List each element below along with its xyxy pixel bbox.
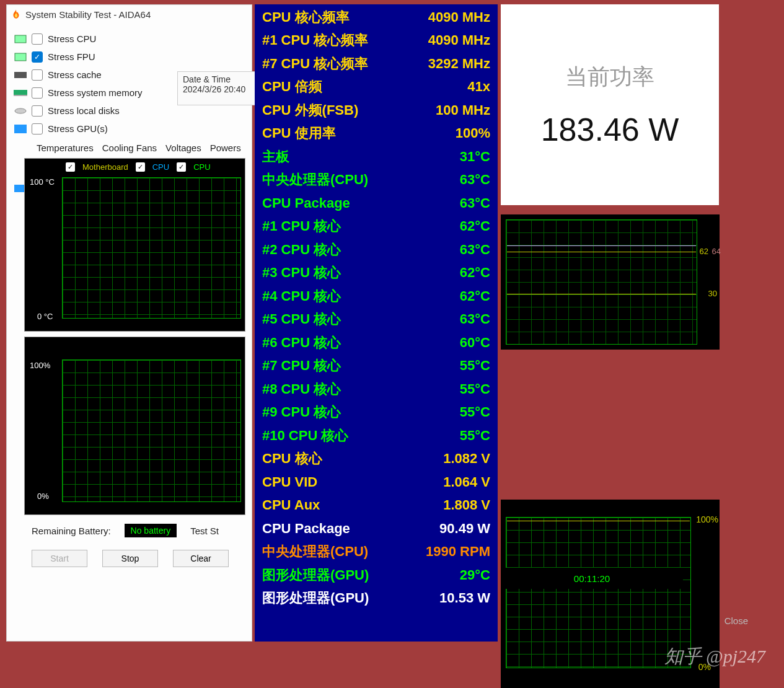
y-axis-min: 0 °C [37,312,53,321]
svg-rect-2 [14,72,27,78]
stress-memory-checkbox[interactable] [32,87,43,99]
tab-temperatures[interactable]: Temperatures [37,143,94,153]
osd-row-23: 中央处理器(CPU)1990 RPM [262,540,490,564]
osd-value: 63°C [460,242,490,258]
osd-label: CPU Package [262,521,350,537]
osd-value: 62°C [460,265,490,281]
osd-value: 1990 RPM [426,544,490,560]
legend-checkbox-cpu[interactable] [136,162,145,172]
osd-value: 29°C [460,567,490,583]
osd-row-6: 主板31°C [262,145,490,169]
osd-row-20: CPU VID1.064 V [262,470,490,494]
legend-checkbox-mb[interactable] [66,162,75,172]
start-button[interactable]: Start [32,550,87,567]
rg1-value-a: 62 [700,247,708,256]
osd-label: #1 CPU 核心 [262,217,341,236]
stress-memory-label: Stress system memory [48,87,143,98]
memory-icon [13,87,28,99]
close-button[interactable]: Close [725,615,748,626]
osd-value: 63°C [460,195,490,211]
osd-value: 4090 MHz [428,32,490,48]
osd-label: #9 CPU 核心 [262,403,341,421]
stress-cache-label: Stress cache [48,69,102,80]
osd-value: 55°C [460,404,490,420]
osd-value: 1.808 V [443,497,490,513]
osd-value: 4090 MHz [428,9,490,25]
graph-legend: Motherboard CPU CPU [66,162,211,172]
test-status-label: Test St [190,526,219,536]
osd-label: 图形处理器(GPU) [262,566,369,584]
power-value: 183.46 W [541,111,679,148]
osd-row-21: CPU Aux1.808 V [262,494,490,518]
osd-value: 90.49 W [439,521,490,537]
osd-label: #10 CPU 核心 [262,426,348,445]
cache-icon [13,69,28,81]
stress-fpu-checkbox[interactable] [32,51,43,63]
stop-button[interactable]: Stop [102,550,158,567]
temperature-graph: Motherboard CPU CPU 100 °C 0 °C [24,158,245,332]
osd-row-8: CPU Package63°C [262,192,490,215]
stress-gpu-checkbox[interactable] [32,123,43,135]
stress-options: Stress CPU Stress FPU Stress cache Stres… [7,24,252,141]
osd-value: 100 MHz [436,102,490,118]
clear-button[interactable]: Clear [173,550,229,567]
osd-row-9: #1 CPU 核心62°C [262,215,490,239]
osd-value: 55°C [460,381,490,397]
osd-row-4: CPU 外频(FSB)100 MHz [262,99,490,122]
datetime-header: Date & Time 2024/3/26 20:40 [177,71,258,105]
osd-row-13: #5 CPU 核心63°C [262,308,490,332]
datetime-label: Date & Time [183,74,252,84]
control-buttons: Start Stop Clear [7,544,252,573]
osd-row-7: 中央处理器(CPU)63°C [262,169,490,192]
y-axis-min-2: 0% [37,492,49,501]
title-bar: System Stability Test - AIDA64 [7,5,252,24]
osd-label: CPU 外频(FSB) [262,101,358,120]
osd-label: 中央处理器(CPU) [262,170,368,189]
tab-cooling-fans[interactable]: Cooling Fans [102,143,157,153]
osd-value: 1.064 V [443,474,490,490]
gpu-icon [13,123,28,135]
osd-value: 63°C [460,172,490,188]
stress-disks-checkbox[interactable] [32,105,43,117]
svg-rect-0 [15,35,26,43]
osd-label: #7 CPU 核心 [262,356,341,375]
osd-row-1: #1 CPU 核心频率4090 MHz [262,29,490,53]
tabs: Temperatures Cooling Fans Voltages Power… [7,141,252,156]
osd-label: CPU Aux [262,497,320,513]
osd-label: #3 CPU 核心 [262,263,341,282]
osd-value: 60°C [460,335,490,351]
svg-rect-3 [14,90,27,95]
legend-checkbox-cpup[interactable] [177,162,186,172]
tab-powers[interactable]: Powers [210,143,241,153]
osd-row-17: #9 CPU 核心55°C [262,401,490,425]
y-axis-max: 100 °C [30,177,55,187]
osd-row-19: CPU 核心1.082 V [262,448,490,471]
rg2-top: 100% [696,514,718,524]
osd-row-18: #10 CPU 核心55°C [262,424,490,448]
osd-row-10: #2 CPU 核心63°C [262,238,490,262]
osd-row-25: 图形处理器(GPU)10.53 W [262,587,490,611]
osd-row-0: CPU 核心频率4090 MHz [262,6,490,29]
osd-label: #8 CPU 核心 [262,380,341,399]
osd-panel: CPU 核心频率4090 MHz#1 CPU 核心频率4090 MHz#7 CP… [255,4,498,642]
footer: Remaining Battery: No battery Test St [7,520,252,544]
stress-cache-checkbox[interactable] [32,69,43,81]
osd-row-15: #7 CPU 核心55°C [262,355,490,378]
legend-cpu: CPU [152,162,169,172]
stress-disks-label: Stress local disks [48,105,120,116]
svg-rect-1 [15,53,26,61]
osd-label: CPU VID [262,474,317,490]
rg1-value-b: 64 [712,247,721,256]
tab-voltages[interactable]: Voltages [165,143,201,153]
battery-value: No battery [125,524,177,537]
stress-cpu-checkbox[interactable] [32,33,43,45]
osd-label: 图形处理器(GPU) [262,589,369,607]
usage-graph: 100% 0% [24,337,245,515]
aida64-window: System Stability Test - AIDA64 Stress CP… [6,4,252,642]
svg-rect-4 [14,95,27,96]
osd-label: #6 CPU 核心 [262,333,341,352]
elapsed-timer: 00:11:20 [501,568,683,589]
osd-value: 10.53 W [439,590,490,606]
osd-label: CPU 使用率 [262,124,336,143]
osd-value: 31°C [460,149,490,165]
